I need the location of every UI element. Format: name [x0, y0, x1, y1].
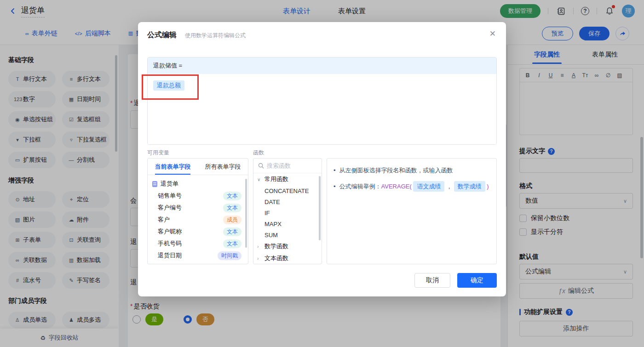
- variable-name: 退货日期: [158, 251, 182, 260]
- formula-help-panel: • 从左侧面板选择字段名和函数，或输入函数 • 公式编辑举例：AVERAGE( …: [327, 158, 497, 264]
- form-name: 退货单: [161, 180, 178, 188]
- functions-scrollbar[interactable]: [319, 176, 321, 240]
- chevron-right-icon: ›: [257, 256, 262, 261]
- variable-name: 客户昵称: [158, 228, 182, 236]
- formula-field-chip[interactable]: 退款总额: [153, 80, 184, 91]
- cancel-button[interactable]: 取消: [414, 273, 450, 288]
- functions-panel: ∨常用函数CONCATENATEDATEIFMAPXSUM›数学函数›文本函数: [253, 158, 322, 264]
- variable-name: 客户编号: [158, 204, 182, 212]
- example-close-paren: ): [487, 183, 489, 190]
- formula-editor[interactable]: 退款储值 = 退款总额: [147, 57, 497, 145]
- variable-row[interactable]: 手机号码文本: [148, 238, 248, 250]
- chevron-right-icon: ›: [257, 244, 262, 249]
- chevron-down-icon: ∨: [257, 177, 262, 182]
- example-field-chip: 语文成绩: [413, 181, 444, 192]
- variable-type-badge: 时间戳: [218, 251, 242, 260]
- function-group-name: 常用函数: [264, 175, 288, 183]
- function-tree: ∨常用函数CONCATENATEDATEIFMAPXSUM›数学函数›文本函数: [253, 173, 322, 264]
- function-group-name: 数学函数: [264, 242, 288, 250]
- variable-type-badge: 文本: [223, 228, 242, 236]
- form-doc-icon: [152, 181, 157, 187]
- variables-label: 可用变量: [147, 149, 169, 157]
- function-group[interactable]: ›数学函数: [253, 240, 322, 252]
- dialog-subtitle: 使用数学运算符编辑公式: [185, 32, 246, 40]
- example-function: AVERAGE(: [381, 183, 412, 190]
- function-item[interactable]: CONCATENATE: [253, 185, 322, 196]
- function-item[interactable]: SUM: [253, 229, 322, 240]
- function-item[interactable]: MAPX: [253, 218, 322, 229]
- variable-name: 销售单号: [158, 192, 182, 200]
- variable-type-badge: 文本: [223, 239, 242, 248]
- function-group[interactable]: ∨常用函数: [253, 173, 322, 185]
- dialog-title: 公式编辑: [147, 30, 177, 40]
- variable-name: 手机号码: [158, 239, 182, 248]
- function-group-name: 文本函数: [264, 254, 288, 262]
- variable-type-badge: 文本: [223, 192, 242, 200]
- tab-all-form-fields[interactable]: 所有表单字段: [198, 159, 248, 175]
- confirm-button[interactable]: 确定: [457, 273, 497, 288]
- variable-list: 退货单 销售单号文本客户编号文本客户成员客户昵称文本手机号码文本退货日期时间戳: [148, 175, 248, 262]
- variable-row[interactable]: 客户成员: [148, 214, 248, 226]
- variable-row[interactable]: 客户编号文本: [148, 202, 248, 214]
- tab-current-form-fields[interactable]: 当前表单字段: [148, 159, 198, 175]
- formula-target: 退款储值 =: [148, 57, 496, 74]
- variable-row[interactable]: 客户昵称文本: [148, 226, 248, 238]
- help-text-1: 从左侧面板选择字段名和函数，或输入函数: [339, 166, 453, 175]
- variable-tree-root[interactable]: 退货单: [148, 178, 248, 190]
- function-search-input[interactable]: [267, 162, 313, 169]
- close-icon[interactable]: ✕: [489, 29, 496, 39]
- variable-name: 客户: [158, 216, 170, 224]
- function-group[interactable]: ›文本函数: [253, 252, 322, 264]
- variable-row[interactable]: 退货日期时间戳: [148, 250, 248, 262]
- functions-label: 函数: [253, 149, 264, 157]
- variables-scrollbar[interactable]: [245, 179, 247, 248]
- variable-type-badge: 文本: [223, 204, 242, 212]
- help-text-2: 公式编辑举例：AVERAGE( 语文成绩 ， 数学成绩 ): [339, 181, 489, 192]
- function-search[interactable]: [253, 159, 322, 173]
- bullet-icon: •: [334, 166, 336, 175]
- variable-type-badge: 成员: [223, 216, 242, 224]
- variable-row[interactable]: 销售单号文本: [148, 190, 248, 202]
- function-item[interactable]: DATE: [253, 196, 322, 207]
- search-icon: [258, 163, 264, 169]
- bullet-icon: •: [334, 182, 336, 191]
- formula-body[interactable]: 退款总额: [148, 74, 496, 145]
- formula-edit-dialog: 公式编辑 使用数学运算符编辑公式 ✕ 退款储值 = 退款总额 可用变量 函数 当…: [138, 22, 506, 296]
- variables-panel: 当前表单字段 所有表单字段 退货单 销售单号文本客户编号文本客户成员客户昵称文本…: [147, 158, 248, 264]
- function-item[interactable]: IF: [253, 207, 322, 218]
- example-field-chip: 数学成绩: [454, 181, 485, 192]
